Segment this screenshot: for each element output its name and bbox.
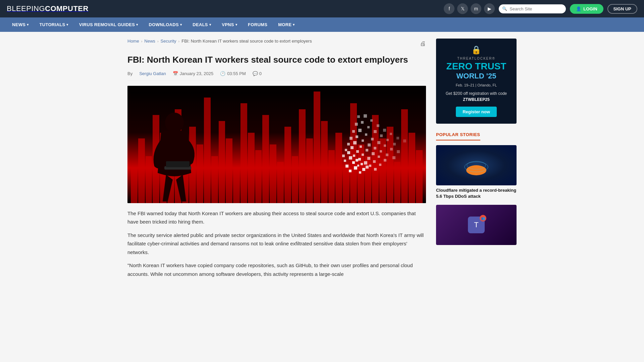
svg-rect-62 [377, 124, 379, 127]
ad-title-line1: ZERO TRUST [443, 62, 510, 71]
svg-rect-61 [370, 119, 373, 122]
youtube-icon[interactable]: ▶ [484, 3, 495, 14]
logo-text-bold: COMPUTER [45, 4, 89, 13]
article-time: 03:55 PM [227, 71, 246, 76]
by-label: By [127, 71, 132, 76]
date-meta: 📅 January 23, 2025 [173, 71, 213, 76]
story-card-2: T 👥 [436, 205, 517, 245]
svg-rect-47 [371, 138, 374, 140]
nav-tutorials[interactable]: TUTORIALS ▾ [34, 17, 74, 32]
svg-rect-35 [384, 159, 386, 162]
breadcrumb-row: Home › News › Security › FBI: North Kore… [127, 39, 426, 49]
signup-label: SIGN UP [613, 6, 631, 11]
breadcrumb-news[interactable]: News [144, 39, 155, 44]
svg-rect-22 [345, 149, 347, 151]
svg-rect-60 [364, 114, 367, 118]
breadcrumb-security[interactable]: Security [161, 39, 176, 44]
nav-virus-removal[interactable]: VIRUS REMOVAL GUIDES ▾ [74, 17, 144, 32]
mastodon-icon[interactable]: m [471, 3, 481, 14]
svg-rect-37 [356, 135, 358, 138]
author-link[interactable]: Sergiu Gatlan [139, 71, 166, 76]
svg-rect-17 [353, 155, 355, 157]
login-label: LOGIN [583, 6, 597, 11]
svg-rect-15 [342, 155, 345, 157]
social-icons: f 𝕏 m ▶ [444, 3, 495, 14]
nav-forums[interactable]: FORUMS [243, 17, 273, 32]
svg-point-0 [165, 113, 184, 133]
svg-rect-7 [352, 161, 355, 164]
comment-icon: 💬 [253, 71, 258, 76]
svg-rect-63 [383, 129, 386, 132]
svg-rect-25 [362, 154, 364, 156]
site-logo[interactable]: BLEEPINGCOMPUTER [7, 4, 89, 13]
twitter-icon[interactable]: 𝕏 [457, 3, 468, 14]
nav-downloads[interactable]: DOWNLOADS ▾ [144, 17, 187, 32]
story-headline-1[interactable]: Cloudflare mitigated a record-breaking 5… [436, 187, 517, 199]
nav-news[interactable]: NEWS ▾ [7, 17, 34, 32]
tutorials-caret: ▾ [66, 23, 68, 26]
svg-rect-52 [355, 123, 358, 126]
svg-rect-42 [386, 154, 388, 156]
svg-rect-18 [358, 158, 361, 161]
deals-caret: ▾ [209, 23, 211, 26]
svg-rect-50 [390, 148, 393, 150]
svg-rect-4 [354, 166, 357, 170]
article-paragraph-2: The security service alerted public and … [127, 231, 426, 257]
popular-stories-section: POPULAR STORIES Cloudflare mitigated a r… [436, 132, 517, 245]
downloads-caret: ▾ [180, 23, 182, 26]
nav-vpns[interactable]: VPNS ▾ [216, 17, 243, 32]
svg-rect-48 [377, 141, 380, 144]
ad-register-button[interactable]: Register now [456, 107, 497, 117]
comment-number: 0 [259, 71, 262, 76]
breadcrumb-home[interactable]: Home [127, 39, 139, 44]
search-wrapper [499, 4, 566, 13]
svg-rect-46 [365, 133, 367, 136]
site-header: BLEEPINGCOMPUTER f 𝕏 m ▶ 👤 LOGIN SIGN UP [0, 0, 644, 17]
comment-count[interactable]: 💬 0 [253, 71, 262, 76]
login-button[interactable]: 👤 LOGIN [570, 4, 603, 14]
clock-icon: 🕐 [220, 71, 225, 76]
cloudflare-image-bg [436, 145, 517, 185]
facebook-icon[interactable]: f [444, 3, 454, 14]
nav-more[interactable]: MORE ▾ [273, 17, 300, 32]
svg-rect-9 [362, 168, 365, 171]
content-wrapper: Home › News › Security › FBI: North Kore… [121, 32, 523, 290]
article-meta: By Sergiu Gatlan 📅 January 23, 2025 🕐 03… [127, 71, 426, 80]
svg-rect-33 [372, 152, 375, 155]
article-date: January 23, 2025 [180, 71, 213, 76]
ad-banner[interactable]: 🔒 THREATLOCKER® ZERO TRUST WORLD '25 Feb… [436, 39, 517, 124]
svg-rect-2 [166, 161, 190, 167]
svg-rect-21 [374, 168, 377, 171]
article-paragraph-1: The FBI warned today that North Korean I… [127, 209, 426, 226]
user-icon: 👤 [576, 6, 581, 11]
svg-rect-66 [403, 139, 406, 142]
breadcrumb-sep-1: › [141, 39, 143, 43]
nav-deals[interactable]: DEALS ▾ [187, 17, 216, 32]
svg-rect-54 [367, 126, 370, 128]
story-card-1: Cloudflare mitigated a record-breaking 5… [436, 145, 517, 199]
svg-rect-56 [380, 134, 383, 137]
svg-rect-8 [357, 165, 359, 167]
article-body: The FBI warned today that North Korean I… [127, 209, 426, 279]
svg-rect-51 [397, 150, 400, 153]
svg-rect-65 [396, 137, 399, 139]
print-icon[interactable]: 🖨 [420, 40, 426, 47]
breadcrumb-sep-3: › [178, 39, 180, 43]
article-paragraph-3: "North Korean IT workers have copied com… [127, 261, 426, 278]
svg-point-68 [467, 161, 486, 169]
signup-button[interactable]: SIGN UP [607, 4, 637, 14]
ad-offer: Get $200 off registration with code ZTWB… [443, 90, 510, 103]
time-meta: 🕐 03:55 PM [220, 71, 246, 76]
svg-rect-13 [361, 163, 363, 165]
svg-rect-27 [373, 160, 376, 163]
svg-rect-3 [349, 170, 352, 172]
ad-title-line2: WORLD '25 [443, 72, 510, 80]
article-hero-image [127, 86, 426, 203]
svg-rect-30 [353, 141, 357, 144]
virus-caret: ▾ [136, 23, 138, 26]
ad-shield-icon: 🔒 [443, 45, 510, 55]
svg-rect-12 [356, 159, 358, 162]
svg-rect-24 [356, 150, 359, 153]
search-input[interactable] [499, 4, 566, 13]
header-right: f 𝕏 m ▶ 👤 LOGIN SIGN UP [444, 3, 637, 14]
